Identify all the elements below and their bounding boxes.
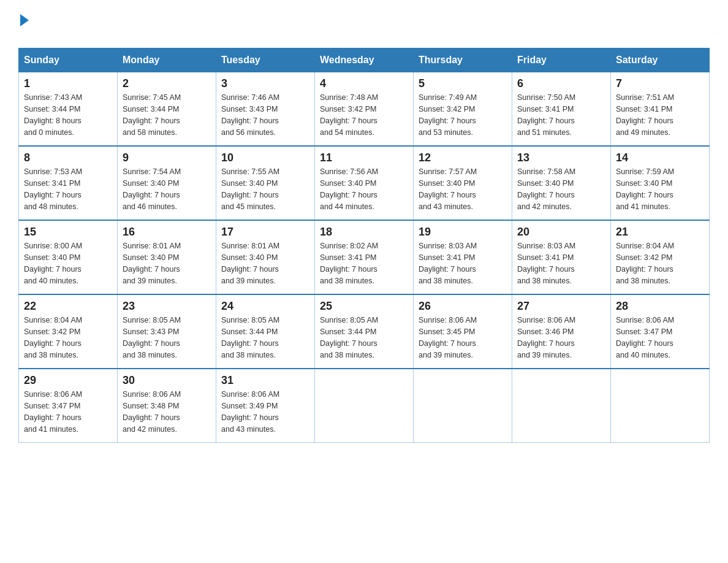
column-header-saturday: Saturday xyxy=(611,48,710,72)
calendar-cell: 2Sunrise: 7:45 AMSunset: 3:44 PMDaylight… xyxy=(118,72,216,147)
day-number: 31 xyxy=(221,374,309,387)
calendar-cell xyxy=(315,369,414,443)
day-number: 1 xyxy=(24,77,112,90)
column-header-tuesday: Tuesday xyxy=(216,48,315,72)
logo xyxy=(18,12,29,42)
day-info: Sunrise: 8:06 AMSunset: 3:48 PMDaylight:… xyxy=(123,389,211,435)
calendar-header-row: SundayMondayTuesdayWednesdayThursdayFrid… xyxy=(19,48,710,72)
day-info: Sunrise: 7:56 AMSunset: 3:40 PMDaylight:… xyxy=(320,166,408,212)
calendar-cell: 25Sunrise: 8:05 AMSunset: 3:44 PMDayligh… xyxy=(315,294,414,369)
day-number: 22 xyxy=(24,300,112,313)
day-info: Sunrise: 8:06 AMSunset: 3:45 PMDaylight:… xyxy=(419,315,507,361)
page-header xyxy=(18,12,710,42)
day-info: Sunrise: 7:49 AMSunset: 3:42 PMDaylight:… xyxy=(419,92,507,138)
day-info: Sunrise: 8:04 AMSunset: 3:42 PMDaylight:… xyxy=(24,315,112,361)
calendar-cell: 5Sunrise: 7:49 AMSunset: 3:42 PMDaylight… xyxy=(414,72,512,147)
calendar-cell: 8Sunrise: 7:53 AMSunset: 3:41 PMDaylight… xyxy=(19,146,118,220)
column-header-sunday: Sunday xyxy=(19,48,118,72)
calendar-cell: 11Sunrise: 7:56 AMSunset: 3:40 PMDayligh… xyxy=(315,146,414,220)
calendar-cell: 23Sunrise: 8:05 AMSunset: 3:43 PMDayligh… xyxy=(118,294,216,369)
day-info: Sunrise: 8:01 AMSunset: 3:40 PMDaylight:… xyxy=(221,240,309,286)
day-info: Sunrise: 8:06 AMSunset: 3:47 PMDaylight:… xyxy=(24,389,112,435)
day-info: Sunrise: 8:06 AMSunset: 3:49 PMDaylight:… xyxy=(221,389,309,435)
day-number: 21 xyxy=(616,226,704,239)
day-number: 4 xyxy=(320,77,408,90)
day-number: 3 xyxy=(221,77,309,90)
day-info: Sunrise: 7:58 AMSunset: 3:40 PMDaylight:… xyxy=(517,166,605,212)
calendar-table: SundayMondayTuesdayWednesdayThursdayFrid… xyxy=(18,48,710,443)
day-info: Sunrise: 8:06 AMSunset: 3:47 PMDaylight:… xyxy=(616,315,704,361)
day-info: Sunrise: 7:51 AMSunset: 3:41 PMDaylight:… xyxy=(616,92,704,138)
calendar-cell: 20Sunrise: 8:03 AMSunset: 3:41 PMDayligh… xyxy=(512,220,611,294)
day-number: 9 xyxy=(123,151,211,164)
day-info: Sunrise: 8:05 AMSunset: 3:44 PMDaylight:… xyxy=(221,315,309,361)
day-info: Sunrise: 7:53 AMSunset: 3:41 PMDaylight:… xyxy=(24,166,112,212)
day-number: 24 xyxy=(221,300,309,313)
day-info: Sunrise: 8:00 AMSunset: 3:40 PMDaylight:… xyxy=(24,240,112,286)
day-info: Sunrise: 7:43 AMSunset: 3:44 PMDaylight:… xyxy=(24,92,112,138)
day-number: 10 xyxy=(221,151,309,164)
calendar-cell: 4Sunrise: 7:48 AMSunset: 3:42 PMDaylight… xyxy=(315,72,414,147)
day-info: Sunrise: 7:50 AMSunset: 3:41 PMDaylight:… xyxy=(517,92,605,138)
calendar-cell: 13Sunrise: 7:58 AMSunset: 3:40 PMDayligh… xyxy=(512,146,611,220)
day-info: Sunrise: 7:48 AMSunset: 3:42 PMDaylight:… xyxy=(320,92,408,138)
day-number: 2 xyxy=(123,77,211,90)
day-info: Sunrise: 8:02 AMSunset: 3:41 PMDaylight:… xyxy=(320,240,408,286)
day-info: Sunrise: 8:01 AMSunset: 3:40 PMDaylight:… xyxy=(123,240,211,286)
day-number: 15 xyxy=(24,226,112,239)
day-number: 26 xyxy=(419,300,507,313)
calendar-cell: 26Sunrise: 8:06 AMSunset: 3:45 PMDayligh… xyxy=(414,294,512,369)
day-info: Sunrise: 7:59 AMSunset: 3:40 PMDaylight:… xyxy=(616,166,704,212)
calendar-cell xyxy=(512,369,611,443)
day-info: Sunrise: 8:04 AMSunset: 3:42 PMDaylight:… xyxy=(616,240,704,286)
calendar-cell: 24Sunrise: 8:05 AMSunset: 3:44 PMDayligh… xyxy=(216,294,315,369)
day-info: Sunrise: 8:05 AMSunset: 3:44 PMDaylight:… xyxy=(320,315,408,361)
day-number: 6 xyxy=(517,77,605,90)
day-number: 14 xyxy=(616,151,704,164)
day-number: 20 xyxy=(517,226,605,239)
calendar-cell: 9Sunrise: 7:54 AMSunset: 3:40 PMDaylight… xyxy=(118,146,216,220)
day-info: Sunrise: 8:03 AMSunset: 3:41 PMDaylight:… xyxy=(517,240,605,286)
day-number: 17 xyxy=(221,226,309,239)
day-number: 8 xyxy=(24,151,112,164)
day-number: 16 xyxy=(123,226,211,239)
day-info: Sunrise: 7:57 AMSunset: 3:40 PMDaylight:… xyxy=(419,166,507,212)
day-info: Sunrise: 8:03 AMSunset: 3:41 PMDaylight:… xyxy=(419,240,507,286)
day-number: 28 xyxy=(616,300,704,313)
calendar-cell: 10Sunrise: 7:55 AMSunset: 3:40 PMDayligh… xyxy=(216,146,315,220)
day-number: 5 xyxy=(419,77,507,90)
calendar-cell: 27Sunrise: 8:06 AMSunset: 3:46 PMDayligh… xyxy=(512,294,611,369)
calendar-cell: 19Sunrise: 8:03 AMSunset: 3:41 PMDayligh… xyxy=(414,220,512,294)
calendar-cell xyxy=(414,369,512,443)
day-info: Sunrise: 7:45 AMSunset: 3:44 PMDaylight:… xyxy=(123,92,211,138)
day-number: 30 xyxy=(123,374,211,387)
calendar-cell: 3Sunrise: 7:46 AMSunset: 3:43 PMDaylight… xyxy=(216,72,315,147)
calendar-cell: 31Sunrise: 8:06 AMSunset: 3:49 PMDayligh… xyxy=(216,369,315,443)
calendar-cell: 6Sunrise: 7:50 AMSunset: 3:41 PMDaylight… xyxy=(512,72,611,147)
calendar-cell: 18Sunrise: 8:02 AMSunset: 3:41 PMDayligh… xyxy=(315,220,414,294)
day-number: 25 xyxy=(320,300,408,313)
logo-arrow-icon xyxy=(20,14,29,26)
calendar-week-row: 15Sunrise: 8:00 AMSunset: 3:40 PMDayligh… xyxy=(19,220,710,294)
calendar-cell: 7Sunrise: 7:51 AMSunset: 3:41 PMDaylight… xyxy=(611,72,710,147)
calendar-week-row: 1Sunrise: 7:43 AMSunset: 3:44 PMDaylight… xyxy=(19,72,710,147)
calendar-week-row: 22Sunrise: 8:04 AMSunset: 3:42 PMDayligh… xyxy=(19,294,710,369)
day-number: 11 xyxy=(320,151,408,164)
calendar-cell: 22Sunrise: 8:04 AMSunset: 3:42 PMDayligh… xyxy=(19,294,118,369)
calendar-week-row: 29Sunrise: 8:06 AMSunset: 3:47 PMDayligh… xyxy=(19,369,710,443)
day-number: 19 xyxy=(419,226,507,239)
day-number: 29 xyxy=(24,374,112,387)
day-info: Sunrise: 8:05 AMSunset: 3:43 PMDaylight:… xyxy=(123,315,211,361)
column-header-monday: Monday xyxy=(118,48,216,72)
calendar-cell xyxy=(611,369,710,443)
day-number: 23 xyxy=(123,300,211,313)
calendar-cell: 28Sunrise: 8:06 AMSunset: 3:47 PMDayligh… xyxy=(611,294,710,369)
column-header-friday: Friday xyxy=(512,48,611,72)
day-info: Sunrise: 8:06 AMSunset: 3:46 PMDaylight:… xyxy=(517,315,605,361)
day-number: 27 xyxy=(517,300,605,313)
calendar-cell: 17Sunrise: 8:01 AMSunset: 3:40 PMDayligh… xyxy=(216,220,315,294)
calendar-cell: 21Sunrise: 8:04 AMSunset: 3:42 PMDayligh… xyxy=(611,220,710,294)
day-number: 18 xyxy=(320,226,408,239)
calendar-cell: 15Sunrise: 8:00 AMSunset: 3:40 PMDayligh… xyxy=(19,220,118,294)
calendar-cell: 1Sunrise: 7:43 AMSunset: 3:44 PMDaylight… xyxy=(19,72,118,147)
